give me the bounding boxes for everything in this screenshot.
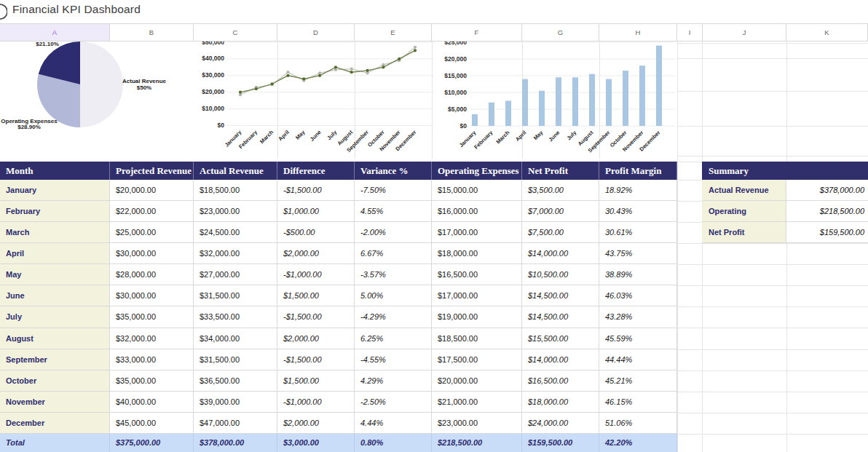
value-cell[interactable]: 46.15% — [599, 392, 677, 413]
value-cell[interactable]: $31,500.00 — [194, 349, 277, 370]
value-cell[interactable]: $2,000.00 — [277, 328, 355, 349]
value-cell[interactable]: $32,000.00 — [110, 328, 194, 349]
value-cell[interactable]: $34,000.00 — [194, 328, 277, 349]
value-cell[interactable]: -$1,500.00 — [277, 349, 355, 370]
column-header-J[interactable]: J — [703, 24, 786, 41]
bar-chart[interactable]: $0$5,000$10,000$15,000$20,000$25,000Janu… — [441, 36, 679, 160]
value-cell[interactable]: $14,000.00 — [522, 243, 599, 264]
month-cell[interactable]: February — [0, 201, 110, 222]
value-cell[interactable]: 18.92% — [599, 180, 677, 201]
value-cell[interactable]: $32,000.00 — [194, 243, 277, 264]
total-cell[interactable]: $218,500.00 — [432, 434, 522, 452]
value-cell[interactable]: $25,000.00 — [110, 222, 194, 243]
value-cell[interactable]: $2,000.00 — [277, 413, 355, 434]
value-cell[interactable]: $20,000.00 — [432, 370, 522, 392]
table-header-cell[interactable]: Difference — [277, 162, 355, 180]
value-cell[interactable]: -2.50% — [355, 392, 432, 413]
value-cell[interactable]: 5.00% — [355, 285, 432, 306]
month-cell[interactable]: January — [0, 180, 110, 201]
value-cell[interactable]: $16,500.00 — [432, 264, 522, 285]
value-cell[interactable]: $35,000.00 — [110, 370, 194, 392]
value-cell[interactable]: $28,000.00 — [110, 264, 194, 285]
value-cell[interactable]: $23,000.00 — [432, 413, 522, 434]
value-cell[interactable]: -4.29% — [355, 306, 432, 328]
value-cell[interactable]: 46.03% — [599, 285, 677, 306]
summary-value-cell[interactable]: $159,500.00 — [786, 222, 868, 243]
value-cell[interactable]: $17,000.00 — [432, 222, 522, 243]
value-cell[interactable]: $18,000.00 — [432, 243, 522, 264]
month-cell[interactable]: October — [0, 370, 110, 392]
value-cell[interactable]: -$1,000.00 — [277, 392, 355, 413]
column-header-H[interactable]: H — [599, 24, 677, 41]
value-cell[interactable]: $30,000.00 — [110, 243, 194, 264]
value-cell[interactable]: -$500.00 — [277, 222, 355, 243]
value-cell[interactable]: $1,500.00 — [277, 370, 355, 392]
total-cell[interactable]: 42.20% — [599, 434, 677, 452]
value-cell[interactable]: -3.57% — [355, 264, 432, 285]
value-cell[interactable]: -$1,500.00 — [277, 306, 355, 328]
value-cell[interactable]: $22,000.00 — [110, 201, 194, 222]
value-cell[interactable]: $15,000.00 — [432, 180, 522, 201]
value-cell[interactable]: 43.28% — [599, 306, 677, 328]
value-cell[interactable]: $7,500.00 — [522, 222, 599, 243]
value-cell[interactable]: $24,000.00 — [522, 413, 599, 434]
month-cell[interactable]: September — [0, 349, 110, 370]
value-cell[interactable]: 51.06% — [599, 413, 677, 434]
value-cell[interactable]: $23,000.00 — [194, 201, 277, 222]
value-cell[interactable]: $31,500.00 — [194, 285, 277, 306]
column-header-C[interactable]: C — [194, 24, 277, 41]
column-header-G[interactable]: G — [522, 24, 599, 41]
value-cell[interactable]: $21,000.00 — [432, 392, 522, 413]
value-cell[interactable]: $33,000.00 — [110, 349, 194, 370]
value-cell[interactable]: $39,000.00 — [194, 392, 277, 413]
month-cell[interactable]: August — [0, 328, 110, 349]
value-cell[interactable]: $3,500.00 — [522, 180, 599, 201]
table-header-cell[interactable]: Operating Expenses — [432, 162, 522, 180]
column-header-D[interactable]: D — [277, 24, 355, 41]
column-header-B[interactable]: B — [110, 24, 194, 41]
month-cell[interactable]: April — [0, 243, 110, 264]
month-cell[interactable]: June — [0, 285, 110, 306]
value-cell[interactable]: $16,500.00 — [522, 370, 599, 392]
value-cell[interactable]: $14,500.00 — [522, 306, 599, 328]
value-cell[interactable]: $35,000.00 — [110, 306, 194, 328]
value-cell[interactable]: $17,500.00 — [432, 349, 522, 370]
column-header-F[interactable]: F — [432, 24, 522, 41]
table-header-cell[interactable]: Variance % — [355, 162, 432, 180]
table-header-cell[interactable]: Net Profit — [522, 162, 599, 180]
table-header-cell[interactable]: Month — [0, 162, 110, 180]
total-cell[interactable]: $3,000.00 — [277, 434, 355, 452]
value-cell[interactable]: 38.89% — [599, 264, 677, 285]
value-cell[interactable]: 45.21% — [599, 370, 677, 392]
value-cell[interactable]: $18,500.00 — [194, 180, 277, 201]
value-cell[interactable]: $14,500.00 — [522, 285, 599, 306]
value-cell[interactable]: $14,000.00 — [522, 349, 599, 370]
value-cell[interactable]: $33,500.00 — [194, 306, 277, 328]
month-cell[interactable]: March — [0, 222, 110, 243]
column-header-A[interactable]: A — [0, 24, 110, 41]
month-cell[interactable]: December — [0, 413, 110, 434]
total-cell[interactable]: $375,000.00 — [110, 434, 194, 452]
value-cell[interactable]: -2.00% — [355, 222, 432, 243]
value-cell[interactable]: $24,500.00 — [194, 222, 277, 243]
month-cell[interactable]: November — [0, 392, 110, 413]
value-cell[interactable]: $17,000.00 — [432, 285, 522, 306]
value-cell[interactable]: $18,500.00 — [432, 328, 522, 349]
value-cell[interactable]: $16,000.00 — [432, 201, 522, 222]
column-header-I[interactable]: I — [677, 24, 703, 41]
total-cell[interactable]: 0.80% — [355, 434, 432, 452]
table-header-cell[interactable]: Profit Margin — [599, 162, 677, 180]
value-cell[interactable]: -4.55% — [355, 349, 432, 370]
value-cell[interactable]: 4.29% — [355, 370, 432, 392]
value-cell[interactable]: $40,000.00 — [110, 392, 194, 413]
value-cell[interactable]: 6.67% — [355, 243, 432, 264]
value-cell[interactable]: $19,000.00 — [432, 306, 522, 328]
value-cell[interactable]: 4.55% — [355, 201, 432, 222]
value-cell[interactable]: $30,000.00 — [110, 285, 194, 306]
value-cell[interactable]: 6.25% — [355, 328, 432, 349]
value-cell[interactable]: -$1,000.00 — [277, 264, 355, 285]
total-cell[interactable]: $159,500.00 — [522, 434, 599, 452]
value-cell[interactable]: 30.61% — [599, 222, 677, 243]
column-header-K[interactable]: K — [786, 24, 868, 41]
value-cell[interactable]: 44.44% — [599, 349, 677, 370]
